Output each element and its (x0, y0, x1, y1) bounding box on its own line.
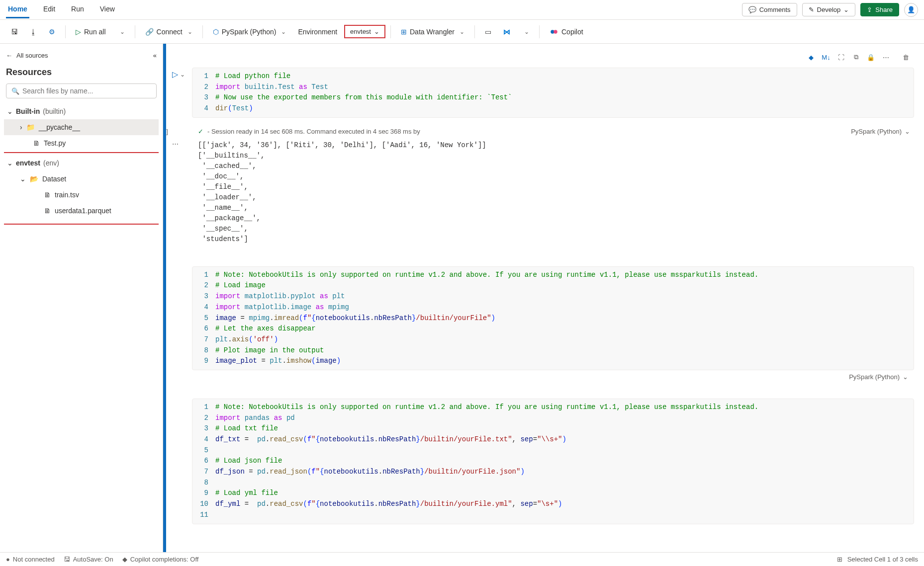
gear-icon: ⚙ (49, 28, 55, 36)
search-icon: 🔍 (11, 87, 19, 95)
envtest-label: envtest (16, 159, 40, 167)
builtin-dim: (builtin) (43, 107, 66, 115)
delete-cell-icon[interactable]: 🗑 (900, 52, 911, 63)
copilot-cell-icon[interactable]: ◆ (806, 52, 817, 63)
code-cell-1: ▷ ⌄ 1# Load python file2import builtin.T… (192, 68, 914, 118)
search-input[interactable] (22, 87, 151, 95)
chevron-down-icon: ⌄ (374, 28, 379, 35)
envtest-section[interactable]: ⌄ envtest (env) (4, 155, 158, 171)
menu-view[interactable]: View (98, 1, 117, 18)
chevron-down-icon: ⌄ (7, 159, 13, 167)
run-all-button[interactable]: ▷ Run all (71, 25, 111, 39)
folder-open-icon: 📂 (30, 175, 38, 183)
userdata-label: userdata1.parquet (55, 207, 111, 215)
search-input-wrapper[interactable]: 🔍 (6, 83, 157, 98)
copilot-completions-status[interactable]: ◆ Copilot completions: Off (122, 556, 199, 563)
download-button[interactable]: ⭳ (25, 25, 42, 39)
vscode-button[interactable]: ⋈ (498, 25, 515, 39)
code-editor-3[interactable]: 1# Note: NotebookUtils is only supported… (192, 399, 914, 524)
connect-button[interactable]: 🔗 Connect (140, 25, 197, 39)
chevron-down-icon[interactable]: ⌄ (903, 373, 908, 381)
selected-cell-label: Selected Cell 1 of 3 cells (847, 556, 918, 563)
dataset-folder[interactable]: ⌄ 📂 Dataset (4, 171, 158, 187)
menu-home[interactable]: Home (6, 1, 29, 18)
separator (539, 25, 540, 38)
avatar[interactable]: 👤 (904, 3, 918, 17)
environment-selector[interactable]: envtest ⌄ (344, 25, 385, 38)
markdown-toggle[interactable]: M↓ (821, 52, 832, 63)
notebook-area: ◆ M↓ ⛶ ⧉ 🔒 ⋯ 🗑 ▷ ⌄ 1# Load python file2i… (166, 44, 924, 552)
cell-1-status: [1] ✓ - Session ready in 14 sec 608 ms. … (166, 125, 914, 138)
code-editor-1[interactable]: 1# Load python file2import builtin.Test … (192, 68, 914, 118)
environment-label: Environment (293, 25, 342, 39)
run-all-dropdown[interactable] (113, 25, 130, 38)
comments-label: Comments (759, 6, 791, 13)
environment-text: Environment (298, 28, 337, 36)
circle-icon: ● (6, 556, 10, 563)
connection-status[interactable]: ● Not connected (6, 556, 55, 563)
all-sources-label[interactable]: All sources (16, 52, 48, 59)
folder-icon: 📁 (26, 123, 35, 131)
menu-edit[interactable]: Edit (41, 1, 57, 18)
download-icon: ⭳ (30, 28, 37, 36)
copilot-icon: ◆ (122, 556, 127, 563)
menu-run[interactable]: Run (69, 1, 86, 18)
exec-count: [1] (166, 128, 172, 135)
chevron-down-icon: ⌄ (7, 107, 13, 115)
toolbar: 🖫 ⭳ ⚙ ▷ Run all 🔗 Connect ⬡ PySpark (Pyt… (0, 20, 924, 44)
grid-icon[interactable]: ⊞ (837, 556, 842, 563)
svg-point-1 (554, 30, 557, 34)
user-icon: 👤 (907, 6, 915, 13)
play-icon: ▷ (76, 28, 81, 36)
testpy-file[interactable]: 🗎 Test.py (4, 135, 159, 151)
run-cell-button[interactable]: ▷ ⌄ (172, 70, 185, 79)
output-menu-icon[interactable]: ⋯ (172, 140, 179, 148)
comments-button[interactable]: 💬 Comments (742, 3, 797, 16)
separator (390, 25, 391, 38)
develop-button[interactable]: ✎ Develop ⌄ (802, 3, 856, 16)
back-icon[interactable]: ← (6, 52, 12, 59)
vscode-icon: ⋈ (503, 28, 510, 36)
autosave-status[interactable]: 🖫 AutoSave: On (64, 556, 113, 563)
pycache-folder[interactable]: › 📁 __pycache__ (4, 119, 159, 135)
train-tsv-file[interactable]: 🗎 train.tsv (4, 187, 158, 203)
builtin-section[interactable]: ⌄ Built-in (builtin) (4, 103, 159, 119)
share-button[interactable]: ⇪ Share (860, 3, 899, 16)
cell-1-output-wrapper: ⋯ [['jack', 34, '36'], ['Riti', 30, 'Del… (192, 138, 914, 246)
chevron-down-icon[interactable]: ⌄ (905, 128, 910, 135)
save-button[interactable]: 🖫 (6, 25, 23, 39)
layout-button[interactable]: ▭ (480, 25, 496, 39)
save-icon: 🖫 (64, 556, 70, 563)
collapse-sidebar-icon[interactable]: « (153, 52, 157, 59)
pyspark-button[interactable]: ⬡ PySpark (Python) (208, 25, 291, 39)
cell-language[interactable]: PySpark (Python) (849, 373, 900, 381)
settings-button[interactable]: ⚙ (44, 25, 60, 39)
save-icon: 🖫 (11, 28, 18, 36)
run-all-label: Run all (84, 28, 106, 36)
lock-icon[interactable]: 🔒 (865, 52, 876, 63)
vscode-dropdown[interactable] (517, 25, 534, 38)
expand-icon[interactable]: ⛶ (835, 52, 846, 63)
env-dim: (env) (43, 159, 59, 167)
layout-icon: ▭ (485, 28, 491, 36)
file-icon: 🗎 (33, 139, 40, 147)
comment-icon: 💬 (748, 6, 756, 13)
pyspark-label: PySpark (Python) (222, 28, 277, 36)
copilot-button[interactable]: Copilot (545, 24, 588, 39)
pencil-icon: ✎ (809, 6, 814, 13)
chevron-down-icon[interactable]: ⌄ (180, 71, 185, 78)
userdata-parquet-file[interactable]: 🗎 userdata1.parquet (4, 203, 158, 219)
code-editor-2[interactable]: 1# Note: NotebookUtils is only supported… (192, 266, 914, 370)
develop-label: Develop (817, 6, 841, 13)
cell-language[interactable]: PySpark (Python) (851, 128, 902, 135)
pycache-label: __pycache__ (39, 123, 80, 131)
train-label: train.tsv (55, 191, 79, 199)
data-wrangler-button[interactable]: ⊞ Data Wrangler (396, 25, 469, 39)
code-cell-3: 1# Note: NotebookUtils is only supported… (192, 399, 914, 524)
pyspark-icon: ⬡ (213, 28, 219, 36)
data-wrangler-icon: ⊞ (401, 28, 407, 36)
copy-icon[interactable]: ⧉ (850, 52, 861, 63)
separator (65, 25, 66, 38)
more-icon[interactable]: ⋯ (880, 52, 891, 63)
separator (202, 25, 203, 38)
